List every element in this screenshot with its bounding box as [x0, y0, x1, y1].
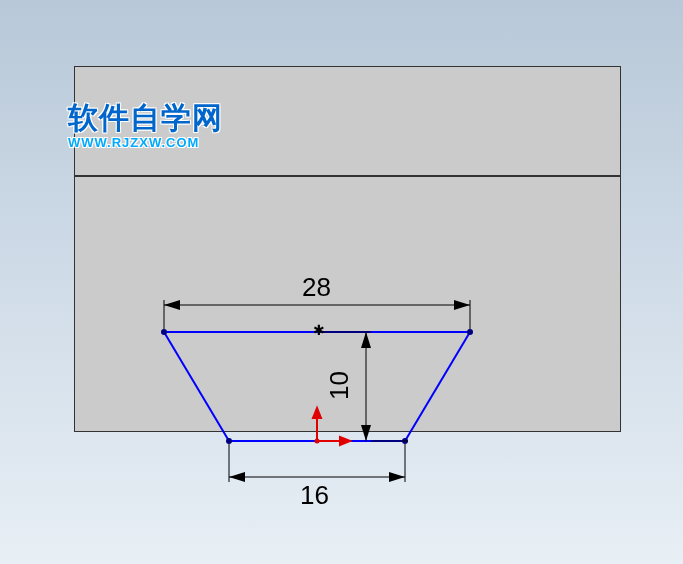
svg-marker-8 — [229, 472, 245, 482]
watermark: 软件自学网 WWW.RJZXW.COM — [68, 98, 223, 150]
sketch-point-br[interactable] — [402, 438, 408, 444]
dimension-bottom-value: 16 — [300, 480, 329, 510]
svg-point-19 — [315, 439, 320, 444]
svg-marker-9 — [389, 472, 405, 482]
watermark-title: 软件自学网 — [68, 98, 223, 139]
svg-marker-18 — [340, 437, 350, 445]
model-face-bottom[interactable] — [74, 176, 621, 432]
dimension-bottom-width[interactable]: 16 — [229, 444, 405, 510]
sketch-point-bl[interactable] — [226, 438, 232, 444]
